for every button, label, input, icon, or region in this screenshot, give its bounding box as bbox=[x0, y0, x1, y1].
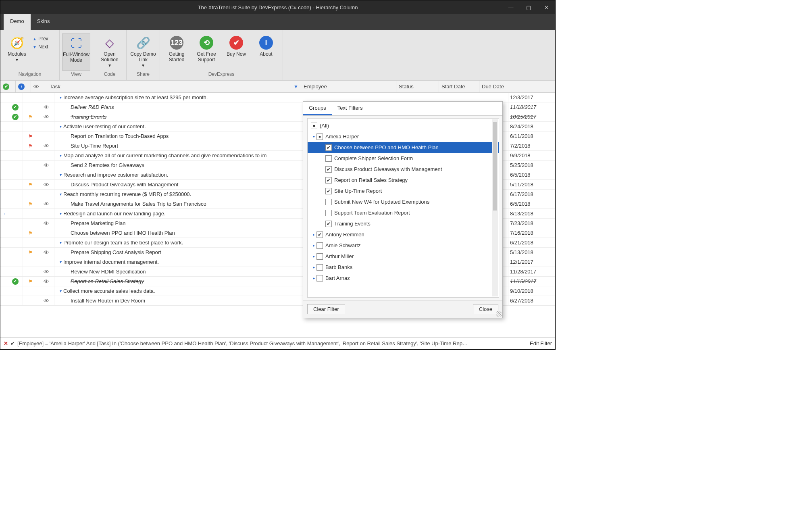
filter-group-item[interactable]: ▸Arthur Miller bbox=[308, 251, 499, 262]
col-task[interactable]: Task▼ bbox=[47, 81, 301, 92]
maximize-button[interactable]: ▢ bbox=[520, 0, 537, 14]
full-window-mode-button[interactable]: ⛶ Full-Window Mode bbox=[62, 33, 90, 71]
col-duedate[interactable]: Due Date bbox=[479, 81, 555, 92]
filter-task-item[interactable]: ✔Training Events bbox=[308, 218, 499, 229]
link-icon: 🔗 bbox=[136, 36, 150, 50]
filter-task-item[interactable]: ✔Choose between PPO and HMO Health Plan bbox=[308, 142, 499, 153]
copy-demo-link-button[interactable]: 🔗 Copy Demo Link▾ bbox=[129, 33, 157, 71]
resize-grip[interactable] bbox=[496, 311, 502, 317]
filter-task-item[interactable]: Complete Shipper Selection Form bbox=[308, 153, 499, 164]
next-button[interactable]: ▼Next bbox=[33, 44, 57, 50]
clear-filter-button[interactable]: Clear Filter bbox=[307, 304, 345, 314]
tab-skins[interactable]: Skins bbox=[31, 14, 56, 30]
filter-task-item[interactable]: ✔Discuss Product Giveaways with Manageme… bbox=[308, 164, 499, 175]
popup-scrollbar[interactable] bbox=[492, 119, 498, 296]
edit-filter-link[interactable]: Edit Filter bbox=[530, 340, 552, 346]
col-info[interactable]: i bbox=[16, 81, 31, 92]
open-solution-button[interactable]: ◇ Open Solution▾ bbox=[96, 33, 124, 71]
buy-icon: ✔ bbox=[229, 36, 243, 50]
col-done[interactable]: ✔ bbox=[0, 81, 16, 92]
compass-icon: 🧭 bbox=[10, 36, 24, 50]
close-popup-button[interactable]: Close bbox=[473, 304, 498, 314]
title-bar: The XtraTreeList Suite by DevExpress (C#… bbox=[0, 0, 555, 14]
ribbon: 🧭 Modules▾ ▲Prev ▼Next Navigation ⛶ Full… bbox=[0, 30, 555, 81]
filter-popup: Groups Text Filters (All)▾Amelia Harper✔… bbox=[303, 101, 503, 318]
getting-started-icon: 123 bbox=[170, 36, 183, 50]
col-startdate[interactable]: Start Date bbox=[439, 81, 479, 92]
filter-item-all[interactable]: (All) bbox=[308, 120, 499, 131]
filter-enabled-checkbox[interactable]: ✔ bbox=[10, 340, 15, 346]
modules-button[interactable]: 🧭 Modules▾ bbox=[3, 33, 31, 71]
filter-task-item[interactable]: Submit New W4 for Updated Exemptions bbox=[308, 196, 499, 207]
clear-filter-x[interactable]: ✕ bbox=[4, 340, 8, 346]
col-status[interactable]: Status bbox=[396, 81, 439, 92]
filter-group-item[interactable]: ▸Bart Arnaz bbox=[308, 273, 499, 284]
about-button[interactable]: i About bbox=[252, 33, 280, 71]
window-title: The XtraTreeList Suite by DevExpress (C#… bbox=[198, 4, 358, 10]
info-icon: i bbox=[259, 36, 273, 50]
col-employee[interactable]: Employee bbox=[301, 81, 396, 92]
get-free-support-button[interactable]: ⟲ Get Free Support bbox=[192, 33, 221, 71]
filter-icon[interactable]: ▼ bbox=[294, 84, 298, 90]
filter-bar: ✕ ✔ [Employee] = 'Amelia Harper' And [Ta… bbox=[0, 337, 555, 349]
filter-task-item[interactable]: Support Team Evaluation Report bbox=[308, 207, 499, 218]
close-button[interactable]: ✕ bbox=[537, 0, 555, 14]
filter-group-item[interactable]: ▸Barb Banks bbox=[308, 262, 499, 273]
filter-task-item[interactable]: ✔Report on Retail Sales Strategy bbox=[308, 175, 499, 186]
fullscreen-icon: ⛶ bbox=[69, 36, 83, 50]
tab-strip: Demo Skins bbox=[0, 14, 555, 30]
prev-button[interactable]: ▲Prev bbox=[33, 36, 57, 42]
tab-demo[interactable]: Demo bbox=[4, 14, 31, 30]
popup-tab-textfilters[interactable]: Text Filters bbox=[332, 102, 369, 115]
filter-group-item[interactable]: ▸Arnie Schwartz bbox=[308, 240, 499, 251]
getting-started-button[interactable]: 123 Getting Started bbox=[162, 33, 191, 71]
buy-now-button[interactable]: ✔ Buy Now bbox=[222, 33, 250, 71]
minimize-button[interactable]: — bbox=[502, 0, 520, 14]
popup-tab-groups[interactable]: Groups bbox=[303, 102, 332, 115]
visualstudio-icon: ◇ bbox=[103, 36, 117, 50]
filter-group-amelia[interactable]: ▾Amelia Harper bbox=[308, 131, 499, 142]
filter-task-item[interactable]: ✔Site Up-Time Report bbox=[308, 186, 499, 196]
filter-expression: [Employee] = 'Amelia Harper' And [Task] … bbox=[17, 340, 527, 346]
filter-group-item[interactable]: ▸✔Antony Remmen bbox=[308, 229, 499, 240]
col-eye[interactable]: 👁 bbox=[31, 81, 47, 92]
support-icon: ⟲ bbox=[200, 36, 213, 50]
